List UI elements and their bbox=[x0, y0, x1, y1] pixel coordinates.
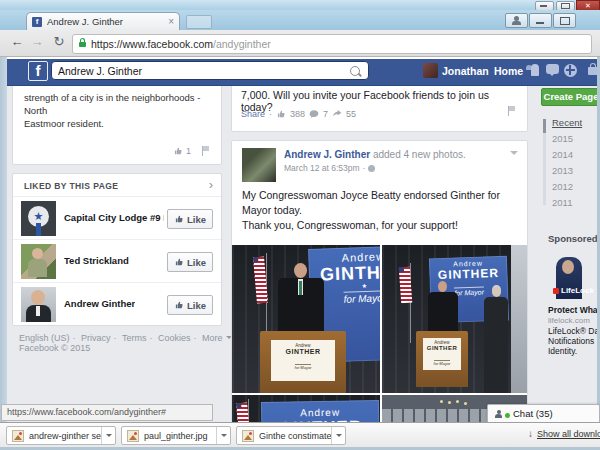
like-button[interactable]: Like bbox=[167, 252, 213, 272]
window-profile-button[interactable] bbox=[505, 13, 528, 28]
liked-page-row[interactable]: Andrew Ginther Like bbox=[13, 282, 221, 326]
outer-titlebar bbox=[0, 0, 600, 10]
liked-by-card: LIKED BY THIS PAGE › ★ Capital City Lodg… bbox=[12, 173, 222, 326]
page-name[interactable]: Capital City Lodge #9 FOP F... bbox=[64, 212, 164, 223]
post-author-link[interactable]: Andrew J. Ginther bbox=[284, 149, 370, 160]
post-photo-1[interactable]: Andrew GINTHER ★ for Mayor Andrew GINTHE… bbox=[232, 245, 380, 393]
ad-url: lifelock.com bbox=[548, 316, 590, 325]
browser-maximize-button[interactable] bbox=[553, 13, 576, 28]
post-photo-2[interactable]: Andrew GINTHER for Mayor Andrew GINTHER … bbox=[382, 245, 528, 393]
facebook-logo[interactable]: f bbox=[28, 61, 48, 81]
forward-button[interactable]: → bbox=[28, 33, 46, 51]
post-photo-3[interactable]: Andrew GINTHER ★ Mayor bbox=[232, 395, 380, 422]
like-button[interactable]: Like bbox=[167, 209, 213, 229]
reload-button[interactable]: ↻ bbox=[50, 33, 68, 51]
minimize-icon bbox=[536, 22, 544, 24]
separator: · bbox=[73, 333, 76, 343]
ad-body-line: Notifications Help bbox=[548, 336, 597, 346]
new-tab-button[interactable] bbox=[186, 15, 212, 29]
download-arrow-icon: ↓ bbox=[528, 428, 533, 439]
show-all-downloads[interactable]: ↓ Show all downloads bbox=[528, 428, 600, 439]
download-filename: andrew-ginther self-....jpg bbox=[29, 431, 101, 441]
post-timestamp[interactable]: March 12 at 6:53pm bbox=[284, 163, 360, 173]
person-body-icon bbox=[512, 21, 521, 25]
url-host: https://www.facebook.com bbox=[91, 38, 213, 50]
back-button[interactable]: ← bbox=[8, 33, 26, 51]
messages-icon[interactable] bbox=[546, 64, 559, 74]
post-author-avatar[interactable] bbox=[242, 148, 276, 182]
banner-line2: GINTHER bbox=[429, 266, 507, 283]
review-like-count[interactable]: 1 bbox=[186, 146, 191, 156]
search-box[interactable] bbox=[51, 61, 369, 80]
share-link[interactable]: Share bbox=[241, 109, 265, 119]
ad-title[interactable]: Protect What's I bbox=[548, 305, 597, 315]
show-all-downloads-link[interactable]: Show all downloads bbox=[537, 429, 600, 439]
report-flag-icon[interactable] bbox=[202, 146, 211, 156]
timeline-2015[interactable]: 2015 bbox=[552, 133, 573, 144]
screen: ✕ f Andrew J. Ginther × ← → ↻ https://ww… bbox=[0, 0, 600, 450]
browser-minimize-button[interactable] bbox=[529, 13, 552, 28]
report-flag-icon[interactable] bbox=[508, 106, 517, 116]
download-menu-caret[interactable] bbox=[216, 427, 230, 444]
sign-line3: for Mayor bbox=[295, 364, 312, 370]
timeline-2011[interactable]: 2011 bbox=[552, 197, 572, 208]
image-file-icon bbox=[242, 430, 254, 442]
tab-close-icon[interactable]: × bbox=[168, 16, 174, 27]
download-menu-caret[interactable] bbox=[331, 427, 345, 444]
download-filename: paul_ginther.jpg bbox=[144, 431, 216, 441]
browser-tab[interactable]: f Andrew J. Ginther × bbox=[26, 12, 180, 30]
download-item[interactable]: paul_ginther.jpg bbox=[121, 426, 231, 445]
footer-link-language[interactable]: English (US) bbox=[19, 333, 70, 343]
page-thumbnail[interactable]: ★ bbox=[21, 201, 56, 236]
speaker-head bbox=[294, 263, 307, 278]
image-file-icon bbox=[127, 430, 139, 442]
like-label: Like bbox=[187, 257, 206, 268]
page-thumbnail[interactable] bbox=[21, 287, 56, 322]
timeline-2013[interactable]: 2013 bbox=[552, 165, 573, 176]
download-item[interactable]: Ginthe constimated.jpg bbox=[236, 426, 346, 445]
ad-person-face bbox=[562, 260, 574, 274]
home-link[interactable]: Home bbox=[494, 65, 523, 77]
face bbox=[31, 290, 45, 305]
footer-link-cookies[interactable]: Cookies bbox=[158, 333, 191, 343]
search-icon[interactable] bbox=[350, 66, 360, 76]
page-footer: English (US)· Privacy· Terms· Cookies· M… bbox=[19, 333, 235, 353]
search-input[interactable] bbox=[52, 65, 350, 77]
privacy-shortcuts-lock-icon[interactable] bbox=[588, 67, 597, 75]
profile-link[interactable]: Jonathan bbox=[442, 65, 489, 77]
page-name[interactable]: Ted Strickland bbox=[64, 255, 129, 266]
create-page-button[interactable]: Create Page bbox=[541, 88, 597, 106]
timeline-recent[interactable]: Recent bbox=[552, 117, 582, 128]
chat-bar[interactable]: Chat (35) bbox=[487, 404, 600, 422]
footer-link-terms[interactable]: Terms bbox=[122, 333, 147, 343]
window-border-left bbox=[0, 57, 7, 450]
timeline-2014[interactable]: 2014 bbox=[552, 149, 573, 160]
post-action: added 4 new photos. bbox=[373, 149, 466, 160]
address-bar[interactable]: https://www.facebook.com/andyginther bbox=[72, 34, 592, 54]
footer-link-more[interactable]: More bbox=[202, 333, 223, 343]
share-count[interactable]: 55 bbox=[346, 109, 356, 119]
liked-page-row[interactable]: Ted Strickland Like bbox=[13, 239, 221, 283]
friend-requests-icon[interactable] bbox=[525, 64, 541, 77]
downloads-bar: andrew-ginther self-....jpg paul_ginther… bbox=[0, 422, 600, 447]
timeline-2012[interactable]: 2012 bbox=[552, 181, 573, 192]
thumbs-up-icon bbox=[174, 300, 184, 310]
banner-line3: for Mayor bbox=[343, 290, 380, 304]
like-button[interactable]: Like bbox=[167, 295, 213, 315]
minimize-icon bbox=[540, 5, 547, 7]
ad-image[interactable]: 5 Layers oYour Id LifeLock bbox=[548, 247, 597, 299]
post-options-chevron-icon[interactable] bbox=[510, 151, 518, 159]
download-menu-caret[interactable] bbox=[101, 427, 115, 444]
download-item[interactable]: andrew-ginther self-....jpg bbox=[6, 426, 116, 445]
like-count[interactable]: 388 bbox=[290, 109, 305, 119]
comment-count[interactable]: 7 bbox=[323, 109, 328, 119]
page-thumbnail[interactable] bbox=[21, 244, 56, 279]
user-avatar[interactable] bbox=[423, 63, 438, 78]
liked-page-row[interactable]: ★ Capital City Lodge #9 FOP F... Like bbox=[13, 196, 221, 240]
footer-link-privacy[interactable]: Privacy bbox=[81, 333, 111, 343]
notifications-globe-icon[interactable] bbox=[564, 64, 577, 77]
page-name[interactable]: Andrew Ginther bbox=[64, 298, 135, 309]
sponsored-label: Sponsored bbox=[548, 233, 597, 244]
podium-sign: Andrew GINTHER for Mayor bbox=[271, 340, 335, 381]
chevron-right-icon[interactable]: › bbox=[209, 177, 213, 192]
